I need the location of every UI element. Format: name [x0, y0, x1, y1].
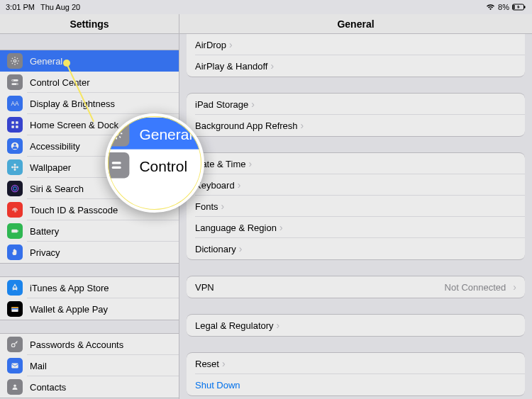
sidebar-item-label: Contacts: [30, 382, 66, 393]
detail-row-label: Reset: [195, 359, 219, 369]
chevron-right-icon: ›: [277, 320, 280, 331]
sidebar-item-general[interactable]: General: [0, 50, 179, 72]
contact-icon: [7, 379, 23, 395]
chevron-right-icon: ›: [239, 243, 243, 254]
chevron-right-icon: ›: [513, 281, 516, 293]
detail-row-vpn[interactable]: VPNNot Connected›: [187, 276, 525, 298]
chevron-right-icon: ›: [238, 179, 241, 191]
battery-percent: 8%: [498, 3, 509, 11]
svg-point-29: [13, 385, 16, 388]
sidebar-item-label: iTunes & App Store: [30, 283, 109, 293]
detail-row-airdrop[interactable]: AirDrop›: [187, 34, 525, 55]
status-bar: 3:01 PM Thu Aug 20 8%: [0, 0, 532, 14]
detail-row-label: iPad Storage: [195, 99, 248, 110]
grid-icon: [7, 117, 23, 133]
sidebar-item-label: Touch ID & Passcode: [30, 205, 118, 215]
svg-rect-1: [514, 5, 515, 9]
detail-row-language-region[interactable]: Language & Region›: [187, 217, 525, 238]
sidebar-item-wallet-apple-pay[interactable]: Wallet & Apple Pay: [0, 298, 179, 320]
detail-row-label: Keyboard: [195, 180, 235, 191]
sidebar-item-label: Wallet & Apple Pay: [30, 304, 108, 315]
sidebar-item-label: Home Screen & Dock: [30, 120, 118, 130]
sun-icon: AA: [7, 96, 23, 111]
gear-icon: [7, 53, 23, 69]
detail-title: General: [179, 14, 532, 33]
svg-rect-31: [112, 162, 121, 164]
svg-rect-12: [16, 125, 18, 128]
sidebar-item-label: General: [30, 56, 62, 67]
svg-point-27: [11, 344, 15, 347]
detail-row-shut-down[interactable]: Shut Down: [187, 374, 525, 395]
key-icon: [7, 337, 23, 352]
svg-rect-23: [18, 230, 18, 232]
switches-icon: [7, 74, 23, 90]
svg-point-5: [12, 80, 13, 82]
svg-point-20: [11, 185, 18, 191]
magnifier-general-label: General: [139, 125, 192, 142]
detail-row-label: Dictionary: [195, 244, 236, 254]
person-icon: [7, 138, 23, 154]
chevron-right-icon: ›: [251, 99, 255, 110]
svg-point-14: [13, 144, 16, 147]
sidebar-item-contacts[interactable]: Contacts: [0, 376, 179, 398]
chevron-right-icon: ›: [301, 120, 304, 131]
sidebar-item-mail[interactable]: Mail: [0, 355, 179, 376]
svg-point-15: [13, 166, 16, 169]
detail-row-reset[interactable]: Reset›: [187, 353, 525, 374]
svg-rect-2: [524, 6, 526, 9]
svg-rect-22: [11, 230, 17, 233]
battery-icon: [7, 223, 23, 239]
svg-point-30: [115, 132, 118, 135]
svg-point-16: [14, 164, 16, 166]
detail-row-background-app-refresh[interactable]: Background App Refresh›: [187, 115, 525, 136]
detail-row-label: Fonts: [195, 201, 218, 212]
wifi-icon: [486, 4, 495, 11]
svg-point-19: [16, 167, 18, 169]
sidebar-item-control-center[interactable]: Control Center: [0, 72, 179, 93]
sidebar: GeneralControl CenterAADisplay & Brightn…: [0, 34, 179, 399]
header-row: Settings General: [0, 14, 532, 34]
battery-charging-icon: [512, 4, 526, 11]
detail-row-fonts[interactable]: Fonts›: [187, 196, 525, 217]
appstore-icon: [7, 280, 23, 296]
svg-text:AA: AA: [11, 101, 19, 107]
siri-icon: [7, 181, 23, 196]
svg-rect-28: [11, 364, 18, 369]
sidebar-item-label: Siri & Search: [30, 184, 84, 194]
sidebar-item-label: Privacy: [30, 247, 60, 258]
detail-row-legal-regulatory[interactable]: Legal & Regulatory›: [187, 315, 525, 336]
status-time: 3:01 PM: [6, 3, 35, 11]
sidebar-item-passwords-accounts[interactable]: Passwords & Accounts: [0, 334, 179, 355]
chevron-right-icon: ›: [221, 201, 225, 212]
wallet-icon: [7, 301, 23, 317]
sidebar-item-label: Accessibility: [30, 141, 80, 152]
sidebar-item-label: Wallpaper: [30, 162, 71, 173]
sidebar-item-label: Battery: [30, 226, 59, 237]
detail-row-label: AirPlay & Handoff: [195, 61, 267, 72]
detail-row-ipad-storage[interactable]: iPad Storage›: [187, 94, 525, 115]
detail-panel: AirDrop›AirPlay & Handoff›iPad Storage›B…: [179, 34, 532, 399]
chevron-right-icon: ›: [249, 158, 253, 169]
svg-rect-9: [11, 121, 14, 124]
sidebar-item-privacy[interactable]: Privacy: [0, 242, 179, 263]
sidebar-item-label: Passwords & Accounts: [30, 339, 123, 350]
svg-point-3: [13, 60, 16, 62]
detail-row-airplay-handoff[interactable]: AirPlay & Handoff›: [187, 55, 525, 77]
svg-point-21: [13, 187, 17, 191]
magnifier-callout: General Control: [105, 113, 204, 213]
chevron-right-icon: ›: [229, 39, 233, 50]
svg-rect-11: [11, 125, 14, 128]
detail-row-keyboard[interactable]: Keyboard›: [187, 174, 525, 196]
callout-dot: [63, 60, 70, 67]
sidebar-item-label: Mail: [30, 361, 47, 371]
svg-rect-26: [11, 308, 18, 310]
sidebar-item-battery[interactable]: Battery: [0, 220, 179, 242]
detail-row-label: VPN: [195, 282, 214, 293]
switches-icon: [105, 152, 129, 178]
mail-icon: [7, 358, 23, 373]
detail-row-date-time[interactable]: Date & Time›: [187, 153, 525, 174]
detail-row-dictionary[interactable]: Dictionary›: [187, 238, 525, 259]
detail-row-label: Shut Down: [195, 380, 240, 390]
sidebar-item-itunes-app-store[interactable]: iTunes & App Store: [0, 277, 179, 298]
detail-row-label: AirDrop: [195, 40, 226, 50]
